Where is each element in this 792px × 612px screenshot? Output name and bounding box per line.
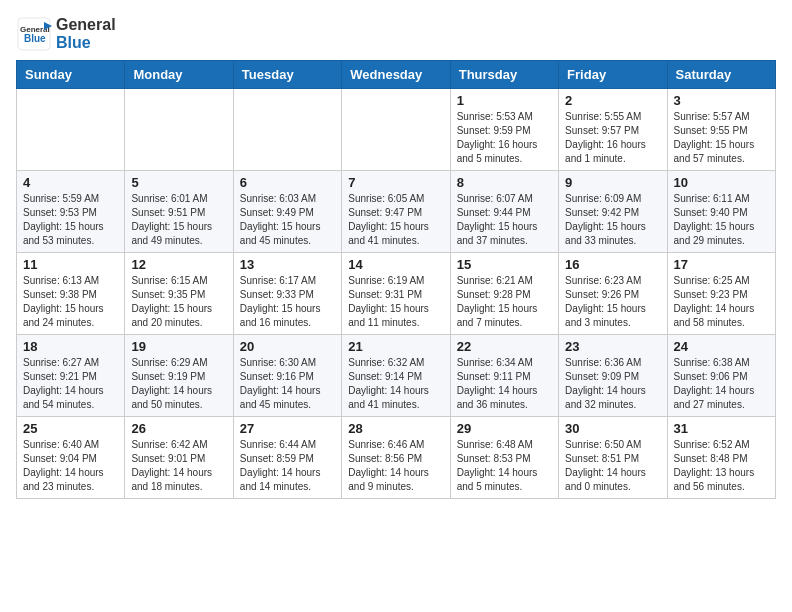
calendar-cell: 10Sunrise: 6:11 AM Sunset: 9:40 PM Dayli… [667,171,775,253]
day-info: Sunrise: 6:11 AM Sunset: 9:40 PM Dayligh… [674,192,769,248]
weekday-header: Sunday [17,61,125,89]
calendar-cell [17,89,125,171]
day-info: Sunrise: 6:50 AM Sunset: 8:51 PM Dayligh… [565,438,660,494]
day-number: 7 [348,175,443,190]
day-info: Sunrise: 6:17 AM Sunset: 9:33 PM Dayligh… [240,274,335,330]
day-info: Sunrise: 6:44 AM Sunset: 8:59 PM Dayligh… [240,438,335,494]
day-number: 23 [565,339,660,354]
day-number: 17 [674,257,769,272]
calendar-cell: 27Sunrise: 6:44 AM Sunset: 8:59 PM Dayli… [233,417,341,499]
day-info: Sunrise: 6:27 AM Sunset: 9:21 PM Dayligh… [23,356,118,412]
calendar-cell: 1Sunrise: 5:53 AM Sunset: 9:59 PM Daylig… [450,89,558,171]
day-info: Sunrise: 5:55 AM Sunset: 9:57 PM Dayligh… [565,110,660,166]
logo-text-container: General Blue [56,16,116,52]
calendar-week-row: 18Sunrise: 6:27 AM Sunset: 9:21 PM Dayli… [17,335,776,417]
calendar-cell: 13Sunrise: 6:17 AM Sunset: 9:33 PM Dayli… [233,253,341,335]
day-info: Sunrise: 6:38 AM Sunset: 9:06 PM Dayligh… [674,356,769,412]
calendar-cell [233,89,341,171]
day-info: Sunrise: 6:09 AM Sunset: 9:42 PM Dayligh… [565,192,660,248]
calendar-cell: 15Sunrise: 6:21 AM Sunset: 9:28 PM Dayli… [450,253,558,335]
day-info: Sunrise: 6:29 AM Sunset: 9:19 PM Dayligh… [131,356,226,412]
day-info: Sunrise: 6:36 AM Sunset: 9:09 PM Dayligh… [565,356,660,412]
day-info: Sunrise: 5:57 AM Sunset: 9:55 PM Dayligh… [674,110,769,166]
calendar-week-row: 4Sunrise: 5:59 AM Sunset: 9:53 PM Daylig… [17,171,776,253]
calendar-cell: 11Sunrise: 6:13 AM Sunset: 9:38 PM Dayli… [17,253,125,335]
weekday-header: Wednesday [342,61,450,89]
day-number: 26 [131,421,226,436]
day-info: Sunrise: 6:03 AM Sunset: 9:49 PM Dayligh… [240,192,335,248]
calendar-cell: 9Sunrise: 6:09 AM Sunset: 9:42 PM Daylig… [559,171,667,253]
svg-text:Blue: Blue [24,33,46,44]
calendar-table: SundayMondayTuesdayWednesdayThursdayFrid… [16,60,776,499]
calendar-week-row: 11Sunrise: 6:13 AM Sunset: 9:38 PM Dayli… [17,253,776,335]
weekday-header-row: SundayMondayTuesdayWednesdayThursdayFrid… [17,61,776,89]
day-number: 15 [457,257,552,272]
day-number: 6 [240,175,335,190]
calendar-cell: 6Sunrise: 6:03 AM Sunset: 9:49 PM Daylig… [233,171,341,253]
calendar-cell: 25Sunrise: 6:40 AM Sunset: 9:04 PM Dayli… [17,417,125,499]
page-header: General Blue General Blue [16,16,776,52]
calendar-cell: 23Sunrise: 6:36 AM Sunset: 9:09 PM Dayli… [559,335,667,417]
day-number: 11 [23,257,118,272]
weekday-header: Monday [125,61,233,89]
day-info: Sunrise: 5:53 AM Sunset: 9:59 PM Dayligh… [457,110,552,166]
calendar-cell: 26Sunrise: 6:42 AM Sunset: 9:01 PM Dayli… [125,417,233,499]
day-number: 30 [565,421,660,436]
day-info: Sunrise: 6:52 AM Sunset: 8:48 PM Dayligh… [674,438,769,494]
logo-svg: General Blue [16,16,52,52]
weekday-header: Tuesday [233,61,341,89]
day-number: 19 [131,339,226,354]
calendar-cell: 21Sunrise: 6:32 AM Sunset: 9:14 PM Dayli… [342,335,450,417]
day-info: Sunrise: 6:01 AM Sunset: 9:51 PM Dayligh… [131,192,226,248]
calendar-cell: 18Sunrise: 6:27 AM Sunset: 9:21 PM Dayli… [17,335,125,417]
calendar-cell: 16Sunrise: 6:23 AM Sunset: 9:26 PM Dayli… [559,253,667,335]
calendar-cell [342,89,450,171]
calendar-cell: 3Sunrise: 5:57 AM Sunset: 9:55 PM Daylig… [667,89,775,171]
calendar-cell: 12Sunrise: 6:15 AM Sunset: 9:35 PM Dayli… [125,253,233,335]
calendar-cell: 30Sunrise: 6:50 AM Sunset: 8:51 PM Dayli… [559,417,667,499]
day-number: 16 [565,257,660,272]
weekday-header: Thursday [450,61,558,89]
day-number: 10 [674,175,769,190]
day-number: 8 [457,175,552,190]
day-info: Sunrise: 6:40 AM Sunset: 9:04 PM Dayligh… [23,438,118,494]
logo-blue: Blue [56,34,91,51]
day-number: 4 [23,175,118,190]
day-info: Sunrise: 6:34 AM Sunset: 9:11 PM Dayligh… [457,356,552,412]
weekday-header: Saturday [667,61,775,89]
day-number: 3 [674,93,769,108]
day-number: 20 [240,339,335,354]
day-number: 31 [674,421,769,436]
day-info: Sunrise: 6:46 AM Sunset: 8:56 PM Dayligh… [348,438,443,494]
day-number: 27 [240,421,335,436]
day-number: 9 [565,175,660,190]
calendar-week-row: 1Sunrise: 5:53 AM Sunset: 9:59 PM Daylig… [17,89,776,171]
calendar-cell: 29Sunrise: 6:48 AM Sunset: 8:53 PM Dayli… [450,417,558,499]
calendar-cell: 14Sunrise: 6:19 AM Sunset: 9:31 PM Dayli… [342,253,450,335]
calendar-cell: 4Sunrise: 5:59 AM Sunset: 9:53 PM Daylig… [17,171,125,253]
calendar-cell: 7Sunrise: 6:05 AM Sunset: 9:47 PM Daylig… [342,171,450,253]
day-number: 22 [457,339,552,354]
day-number: 28 [348,421,443,436]
day-info: Sunrise: 6:13 AM Sunset: 9:38 PM Dayligh… [23,274,118,330]
calendar-cell: 19Sunrise: 6:29 AM Sunset: 9:19 PM Dayli… [125,335,233,417]
day-info: Sunrise: 5:59 AM Sunset: 9:53 PM Dayligh… [23,192,118,248]
calendar-cell: 5Sunrise: 6:01 AM Sunset: 9:51 PM Daylig… [125,171,233,253]
day-number: 18 [23,339,118,354]
day-number: 14 [348,257,443,272]
calendar-cell: 2Sunrise: 5:55 AM Sunset: 9:57 PM Daylig… [559,89,667,171]
calendar-cell: 22Sunrise: 6:34 AM Sunset: 9:11 PM Dayli… [450,335,558,417]
day-info: Sunrise: 6:19 AM Sunset: 9:31 PM Dayligh… [348,274,443,330]
logo-general: General [56,16,116,33]
calendar-cell: 8Sunrise: 6:07 AM Sunset: 9:44 PM Daylig… [450,171,558,253]
day-number: 21 [348,339,443,354]
day-number: 5 [131,175,226,190]
day-number: 13 [240,257,335,272]
day-number: 2 [565,93,660,108]
calendar-cell: 17Sunrise: 6:25 AM Sunset: 9:23 PM Dayli… [667,253,775,335]
weekday-header: Friday [559,61,667,89]
logo: General Blue General Blue [16,16,116,52]
day-info: Sunrise: 6:21 AM Sunset: 9:28 PM Dayligh… [457,274,552,330]
day-info: Sunrise: 6:07 AM Sunset: 9:44 PM Dayligh… [457,192,552,248]
day-info: Sunrise: 6:30 AM Sunset: 9:16 PM Dayligh… [240,356,335,412]
